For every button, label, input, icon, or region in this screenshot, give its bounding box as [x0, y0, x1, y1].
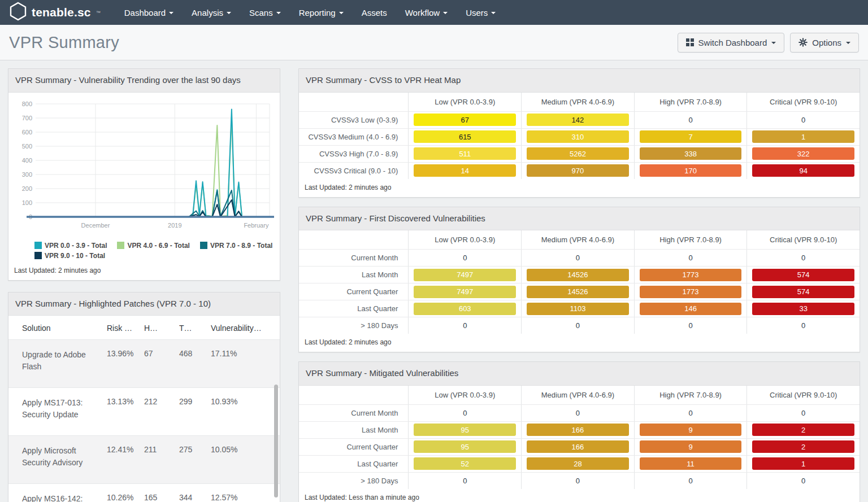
- nav-item-assets[interactable]: Assets: [353, 0, 396, 25]
- severity-bar[interactable]: 615: [414, 130, 516, 143]
- matrix-column-header: Critical (VPR 9.0-10): [747, 230, 860, 249]
- patches-cell: 165: [144, 493, 179, 502]
- matrix-row-label: Last Quarter: [299, 304, 408, 313]
- chevron-down-icon: [846, 42, 850, 44]
- severity-bar[interactable]: 95: [414, 424, 516, 436]
- matrix-cell: 0: [634, 112, 747, 128]
- zero-value: 0: [688, 254, 692, 262]
- matrix-row: CVSSv3 Medium (4.0 - 6.9)61531071: [299, 128, 860, 145]
- severity-bar[interactable]: 5262: [527, 147, 629, 160]
- matrix-column-header: Medium (VPR 4.0-6.9): [521, 386, 634, 404]
- legend-item[interactable]: VPR 9.0 - 10 - Total: [34, 252, 105, 260]
- severity-bar[interactable]: 11: [640, 457, 742, 470]
- mitigated-panel-title: VPR Summary - Mitigated Vulnerabilities: [299, 362, 860, 386]
- matrix-row-label: Last Quarter: [299, 460, 408, 468]
- patches-header-row: SolutionRisk …H…T…Vulnerability…: [8, 316, 280, 339]
- severity-bar[interactable]: 14526: [527, 269, 629, 281]
- zero-value: 0: [576, 254, 580, 262]
- options-button[interactable]: Options: [790, 33, 859, 53]
- severity-bar[interactable]: 970: [527, 164, 629, 177]
- matrix-row-label: Last Month: [299, 270, 408, 279]
- nav-item-dashboard[interactable]: Dashboard: [115, 0, 183, 25]
- matrix-cell: 0: [521, 317, 634, 334]
- legend-item[interactable]: VPR 4.0 - 6.9 - Total: [117, 242, 189, 250]
- severity-bar[interactable]: 33: [752, 303, 854, 315]
- nav-item-workflow[interactable]: Workflow: [396, 0, 457, 25]
- patches-cell: 17.11%: [211, 349, 272, 373]
- heatmap-panel-title: VPR Summary - CVSS to VPR Heat Map: [299, 69, 860, 93]
- severity-bar[interactable]: 67: [414, 114, 516, 126]
- severity-bar[interactable]: 14526: [527, 286, 629, 298]
- matrix-cell: 511: [408, 146, 521, 162]
- severity-bar[interactable]: 95: [414, 440, 516, 453]
- severity-bar[interactable]: 7: [640, 130, 742, 143]
- table-row[interactable]: Apply Microsoft Security Advisory12.41%2…: [8, 435, 280, 483]
- severity-bar[interactable]: 511: [414, 147, 516, 160]
- severity-bar[interactable]: 1773: [640, 286, 742, 298]
- patches-cell: 13.96%: [107, 349, 144, 373]
- matrix-row-label: > 180 Days: [299, 477, 408, 485]
- scrollbar-thumb[interactable]: [274, 385, 278, 497]
- severity-bar[interactable]: 142: [527, 114, 629, 126]
- severity-bar[interactable]: 7497: [414, 269, 516, 281]
- severity-bar[interactable]: 166: [527, 440, 629, 453]
- severity-bar[interactable]: 14: [414, 164, 516, 177]
- severity-bar[interactable]: 52: [414, 457, 516, 470]
- severity-bar[interactable]: 1: [752, 130, 854, 143]
- patches-cell: 344: [179, 493, 211, 502]
- severity-bar[interactable]: 146: [640, 303, 742, 315]
- severity-bar[interactable]: 2: [752, 440, 854, 453]
- legend-item[interactable]: VPR 0.0 - 3.9 - Total: [34, 242, 107, 250]
- matrix-row-label: CVSSv3 Low (0-3.9): [299, 116, 408, 124]
- trending-panel: VPR Summary - Vulnerability Trending ove…: [8, 68, 280, 281]
- matrix-column-header: High (VPR 7.0-8.9): [634, 230, 747, 249]
- matrix-cell: 9: [634, 439, 747, 455]
- severity-bar[interactable]: 94: [752, 164, 854, 177]
- nav-item-label: Dashboard: [124, 8, 166, 18]
- zero-value: 0: [576, 477, 580, 485]
- severity-bar[interactable]: 28: [527, 457, 629, 470]
- nav-item-reporting[interactable]: Reporting: [290, 0, 353, 25]
- top-nav: tenable.sc ™ DashboardAnalysisScansRepor…: [0, 0, 868, 25]
- severity-bar[interactable]: 2: [752, 424, 854, 436]
- switch-dashboard-button[interactable]: Switch Dashboard: [678, 33, 785, 53]
- nav-item-users[interactable]: Users: [457, 0, 505, 25]
- nav-item-analysis[interactable]: Analysis: [183, 0, 240, 25]
- tenable-logo[interactable]: tenable.sc ™: [9, 2, 101, 23]
- matrix-row: Last Month9516692: [299, 421, 860, 438]
- severity-bar[interactable]: 338: [640, 147, 742, 160]
- nav-item-label: Reporting: [299, 8, 336, 18]
- zero-value: 0: [688, 321, 692, 330]
- first-discovered-last-updated: Last Updated: 2 minutes ago: [299, 334, 860, 352]
- severity-bar[interactable]: 9: [640, 424, 742, 436]
- severity-bar[interactable]: 1103: [527, 303, 629, 315]
- table-row[interactable]: Apply MS17-013: Security Update13.13%212…: [8, 387, 280, 435]
- patches-cell: Upgrade to Adobe Flash: [22, 349, 107, 373]
- matrix-row: > 180 Days0000: [299, 317, 860, 334]
- matrix-row: Last Quarter5228111: [299, 455, 860, 472]
- zero-value: 0: [688, 116, 692, 124]
- table-row[interactable]: Apply MS16-142: Cumulative10.26%16534412…: [8, 483, 280, 502]
- severity-bar[interactable]: 310: [527, 130, 629, 143]
- svg-text:100: 100: [22, 199, 32, 206]
- severity-bar[interactable]: 574: [752, 269, 854, 281]
- matrix-row: Last Month7497145261773574: [299, 266, 860, 283]
- severity-bar[interactable]: 9: [640, 440, 742, 453]
- severity-bar[interactable]: 7497: [414, 286, 516, 298]
- heatmap-table: Low (VPR 0.0-3.9)Medium (VPR 4.0-6.9)Hig…: [299, 93, 860, 179]
- nav-item-scans[interactable]: Scans: [240, 0, 290, 25]
- svg-text:600: 600: [22, 129, 32, 136]
- zero-value: 0: [576, 321, 580, 330]
- severity-bar[interactable]: 603: [414, 303, 516, 315]
- severity-bar[interactable]: 170: [640, 164, 742, 177]
- severity-bar[interactable]: 166: [527, 424, 629, 436]
- patches-table: SolutionRisk …H…T…Vulnerability…Upgrade …: [8, 316, 280, 502]
- matrix-column-header: High (VPR 7.0-8.9): [634, 386, 747, 404]
- severity-bar[interactable]: 322: [752, 147, 854, 160]
- zero-value: 0: [576, 409, 580, 417]
- severity-bar[interactable]: 1773: [640, 269, 742, 281]
- severity-bar[interactable]: 1: [752, 457, 854, 470]
- legend-item[interactable]: VPR 7.0 - 8.9 - Total: [200, 242, 272, 250]
- severity-bar[interactable]: 574: [752, 286, 854, 298]
- table-row[interactable]: Upgrade to Adobe Flash13.96%6746817.11%: [8, 339, 280, 387]
